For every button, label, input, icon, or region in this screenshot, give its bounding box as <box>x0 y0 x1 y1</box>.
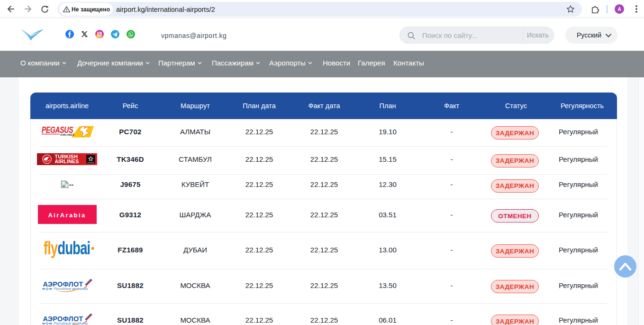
svg-text:AIRLINES: AIRLINES <box>60 133 74 136</box>
svg-text:Российские авиалинии: Российские авиалинии <box>54 322 88 325</box>
svg-text:flydubai: flydubai <box>44 241 90 258</box>
svg-text:AIRLINES: AIRLINES <box>55 158 79 164</box>
svg-text:Российские авиалинии: Российские авиалинии <box>54 287 88 290</box>
